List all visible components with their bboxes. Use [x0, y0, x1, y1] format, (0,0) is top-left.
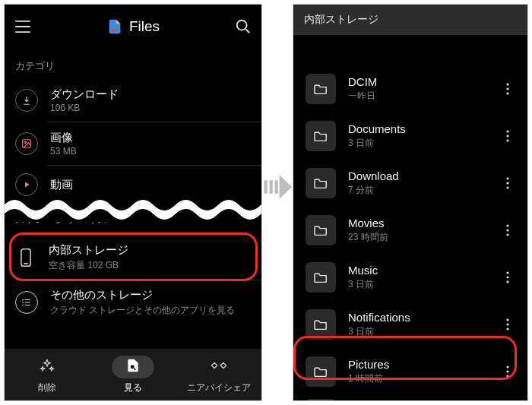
section-storage-label: ストレージ デバイス [5, 210, 261, 233]
svg-point-26 [506, 271, 508, 274]
nav-nearby[interactable]: ニアバイシェア [176, 349, 261, 400]
category-sub: 53 MB [50, 146, 77, 157]
transition-arrow-icon [261, 171, 293, 203]
folder-movies[interactable]: Movies 23 時間前 [293, 207, 527, 254]
bottom-nav: 削除 見る ニアバイシェア [5, 349, 261, 400]
svg-point-21 [506, 182, 508, 184]
svg-point-24 [506, 229, 508, 231]
svg-point-8 [22, 302, 24, 303]
folder-music[interactable]: Music 3 日前 [293, 254, 527, 301]
folder-name: DCIM [348, 75, 485, 88]
category-video[interactable]: 動画 [5, 166, 261, 210]
tab-label: 内部ストレージ [304, 13, 378, 27]
folder-sub: 一昨日 [348, 90, 485, 103]
storage-label: その他のストレージ [50, 288, 235, 302]
nav-label: 見る [124, 381, 142, 394]
svg-point-27 [506, 276, 508, 278]
svg-point-7 [22, 299, 24, 300]
folder-icon [306, 215, 336, 245]
folder-download[interactable]: Download 7 分前 [293, 160, 527, 207]
app-topbar: Files [5, 5, 261, 49]
more-icon[interactable] [497, 78, 518, 100]
folder-name: Download [348, 169, 485, 182]
svg-point-16 [506, 92, 508, 94]
more-icon[interactable] [497, 125, 518, 147]
category-downloads[interactable]: ダウンロード 106 KB [5, 79, 261, 122]
svg-point-22 [506, 186, 508, 188]
browse-icon [125, 358, 141, 375]
more-icon[interactable] [497, 314, 518, 335]
folder-name: Music [348, 264, 485, 277]
svg-point-15 [506, 87, 508, 90]
folder-sub: 23 時間前 [348, 231, 485, 244]
folder-documents[interactable]: Documents 3 日前 [293, 112, 527, 160]
category-images[interactable]: 画像 53 MB [5, 122, 261, 165]
nav-clean[interactable]: 削除 [5, 349, 90, 400]
sparkle-icon [40, 358, 55, 375]
svg-point-31 [506, 327, 508, 330]
svg-point-9 [22, 304, 24, 305]
svg-point-14 [506, 83, 508, 85]
app-title: Files [129, 18, 160, 35]
svg-point-4 [24, 141, 26, 143]
svg-rect-12 [270, 180, 273, 194]
highlight-pictures [293, 336, 517, 380]
folder-icon [306, 399, 336, 401]
folder-name: Movies [348, 217, 485, 229]
folder-name: Documents [348, 122, 485, 135]
storage-tab[interactable]: 内部ストレージ [293, 5, 527, 35]
list-icon [15, 291, 38, 314]
video-icon [15, 173, 38, 196]
folder-sub: 3 日前 [348, 278, 485, 291]
folder-icon [306, 168, 336, 198]
more-icon[interactable] [497, 172, 518, 194]
folder-name: Notifications [348, 311, 485, 324]
svg-point-29 [506, 318, 508, 321]
files-logo-icon [106, 18, 123, 35]
category-label: 動画 [50, 178, 73, 192]
folder-icon [306, 262, 336, 293]
files-app-screen: Files カテゴリ ダウンロード 106 KB 画像 53 MB 動画 [4, 4, 262, 401]
svg-point-18 [506, 134, 508, 137]
category-sub: 106 KB [50, 103, 119, 113]
folder-podcasts[interactable]: Podcasts [293, 395, 527, 401]
menu-icon[interactable] [12, 16, 33, 37]
nav-label: ニアバイシェア [187, 381, 251, 394]
storage-sub: クラウド ストレージとその他のアプリを見る [50, 304, 235, 317]
internal-storage-screen: 内部ストレージ DCIM 一昨日 Documents 3 日前 [293, 4, 528, 401]
more-icon[interactable] [497, 267, 518, 288]
folder-dcim[interactable]: DCIM 一昨日 [293, 65, 527, 112]
svg-point-2 [237, 21, 247, 30]
svg-rect-1 [111, 30, 116, 32]
nav-browse[interactable]: 見る [90, 349, 176, 400]
folder-icon [306, 121, 336, 151]
svg-point-20 [506, 177, 508, 179]
svg-rect-11 [264, 180, 268, 194]
svg-point-25 [506, 233, 508, 236]
more-icon[interactable] [497, 220, 518, 241]
svg-point-23 [506, 224, 508, 226]
svg-point-28 [506, 280, 508, 283]
search-icon[interactable] [233, 16, 254, 37]
category-label: 画像 [50, 131, 77, 145]
svg-rect-0 [111, 27, 118, 29]
folder-icon [306, 309, 336, 340]
folder-icon [306, 74, 336, 104]
image-icon [15, 132, 38, 155]
svg-point-30 [506, 323, 508, 325]
svg-point-10 [131, 365, 135, 369]
svg-rect-13 [275, 180, 278, 194]
section-category-label: カテゴリ [5, 49, 261, 79]
svg-point-17 [506, 130, 508, 132]
folder-sub: 3 日前 [348, 137, 485, 150]
nearby-icon [211, 360, 227, 373]
download-icon [15, 89, 38, 112]
highlight-internal-storage [9, 233, 258, 281]
category-label: ダウンロード [50, 87, 119, 102]
storage-other[interactable]: その他のストレージ クラウド ストレージとその他のアプリを見る [5, 280, 261, 324]
nav-label: 削除 [38, 381, 56, 394]
svg-point-19 [506, 139, 508, 141]
folder-sub: 7 分前 [348, 184, 485, 197]
